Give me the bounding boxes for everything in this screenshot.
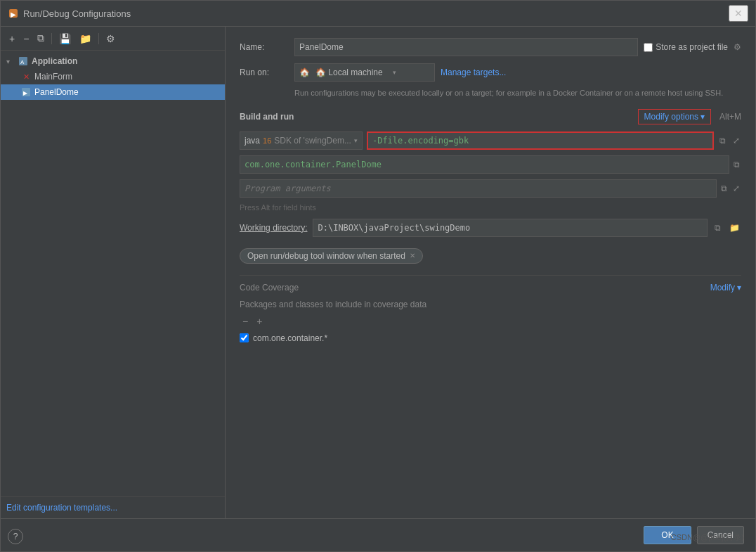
- sdk-dropdown-arrow: ▾: [354, 137, 358, 144]
- store-as-project-text: Store as project file: [656, 42, 728, 52]
- sidebar: + − ⧉ 💾 📁 ⚙ ▾ A: [1, 27, 226, 518]
- local-machine-dropdown[interactable]: 🏠 🏠 Local machine ▾: [294, 63, 435, 82]
- dialog-title: Run/Debug Configurations: [23, 8, 131, 19]
- build-run-header: Build and run Modify options ▾ Alt+M: [240, 109, 741, 124]
- application-icon: A: [18, 56, 29, 67]
- store-as-project-checkbox[interactable]: [644, 43, 653, 52]
- copy-config-button[interactable]: ⧉: [34, 31, 47, 46]
- sidebar-toolbar: + − ⧉ 💾 📁 ⚙: [1, 27, 225, 51]
- program-args-copy-button[interactable]: ⧉: [719, 182, 729, 195]
- section-divider: [240, 275, 741, 276]
- tree-label-paneldome: PanelDome: [34, 87, 79, 97]
- modify-options-label: Modify options: [644, 112, 698, 122]
- program-args-input[interactable]: [240, 179, 717, 198]
- toolbar-divider: [51, 33, 52, 44]
- tree-label-application: Application: [32, 56, 77, 66]
- toolbar-divider2: [98, 33, 99, 44]
- mainform-icon: ✕: [20, 71, 32, 82]
- local-machine-icon: 🏠: [299, 68, 310, 77]
- dialog-footer: OK Cancel: [1, 518, 755, 551]
- tag-close-button[interactable]: ✕: [410, 252, 415, 259]
- folder-config-button[interactable]: 📁: [77, 32, 94, 46]
- run-debug-dialog: ▶ Run/Debug Configurations ✕ + − ⧉ 💾 📁 ⚙: [0, 0, 756, 552]
- store-gear-icon: ⚙: [734, 42, 741, 52]
- tree-label-mainform: MainForm: [34, 72, 72, 82]
- title-bar: ▶ Run/Debug Configurations ✕: [1, 1, 755, 27]
- java-sdk-row: java 16 SDK of 'swingDem... ▾ ⧉ ⤢: [240, 131, 741, 150]
- local-machine-label: 🏠 Local machine: [315, 68, 383, 77]
- modify-options-arrow: ▾: [700, 112, 705, 122]
- main-class-input[interactable]: [240, 155, 729, 174]
- config-tree: ▾ A Application ✕ MainForm: [1, 51, 225, 496]
- main-class-copy-button[interactable]: ⧉: [732, 158, 741, 171]
- name-label: Name:: [240, 42, 289, 52]
- working-dir-copy-button[interactable]: ⧉: [713, 222, 722, 234]
- settings-config-button[interactable]: ⚙: [103, 32, 118, 46]
- store-as-project-label: Store as project file ⚙: [644, 42, 741, 52]
- dropdown-arrow: ▾: [393, 69, 396, 76]
- alt-m-label: Alt+M: [719, 112, 741, 122]
- coverage-modify-label: Modify: [710, 283, 735, 293]
- coverage-header: Code Coverage Modify ▾: [240, 283, 741, 293]
- modify-options-button[interactable]: Modify options ▾: [638, 109, 711, 124]
- tree-item-application[interactable]: ▾ A Application: [1, 53, 225, 69]
- run-on-label: Run on:: [240, 68, 289, 77]
- sidebar-footer: Edit configuration templates...: [1, 496, 225, 518]
- name-row: Name: Store as project file ⚙: [240, 38, 741, 56]
- working-dir-input[interactable]: [313, 219, 708, 237]
- hint-text: Press Alt for field hints: [240, 203, 741, 212]
- tag-row: Open run/debug tool window when started …: [240, 248, 741, 264]
- coverage-remove-button[interactable]: −: [240, 315, 251, 328]
- tree-item-paneldome[interactable]: ▶ PanelDome: [1, 84, 225, 100]
- svg-text:▶: ▶: [11, 11, 16, 18]
- coverage-modify-link[interactable]: Modify ▾: [710, 283, 741, 293]
- program-args-expand-button[interactable]: ⤢: [731, 182, 741, 195]
- java-label: java: [245, 136, 260, 146]
- name-input[interactable]: [294, 38, 638, 56]
- svg-text:A: A: [20, 59, 25, 65]
- coverage-item-label: com.one.container.*: [253, 333, 327, 343]
- coverage-toolbar: − +: [240, 315, 741, 328]
- working-dir-label: Working directory:: [240, 223, 307, 233]
- tool-window-tag: Open run/debug tool window when started …: [240, 248, 423, 264]
- sdk-of-label: SDK of 'swingDem...: [274, 136, 351, 146]
- program-args-row: ⧉ ⤢: [240, 179, 741, 198]
- tag-label: Open run/debug tool window when started: [247, 251, 405, 261]
- java-version: 16: [263, 136, 271, 145]
- coverage-modify-arrow: ▾: [737, 283, 741, 293]
- coverage-add-button[interactable]: +: [254, 315, 265, 328]
- coverage-item: com.one.container.*: [240, 332, 741, 345]
- save-config-button[interactable]: 💾: [56, 32, 74, 46]
- tree-arrow-application: ▾: [6, 58, 18, 65]
- close-button[interactable]: ✕: [729, 5, 748, 22]
- tree-item-mainform[interactable]: ✕ MainForm: [1, 69, 225, 84]
- working-dir-row: Working directory: ⧉ 📁: [240, 219, 741, 237]
- edit-templates-link[interactable]: Edit configuration templates...: [6, 503, 117, 513]
- run-on-info-text: Run configurations may be executed local…: [240, 87, 741, 99]
- paneldome-icon: ▶: [20, 86, 32, 98]
- coverage-desc: Packages and classes to include in cover…: [240, 300, 741, 309]
- vm-options-expand-button[interactable]: ⤢: [731, 134, 741, 147]
- remove-config-button[interactable]: −: [20, 32, 32, 46]
- run-on-row: Run on: 🏠 🏠 Local machine ▾ Manage targe…: [240, 63, 741, 82]
- coverage-title: Code Coverage: [240, 283, 299, 293]
- dialog-icon: ▶: [8, 8, 19, 19]
- vm-options-copy-button[interactable]: ⧉: [718, 134, 727, 147]
- build-run-title: Build and run: [240, 112, 294, 122]
- java-sdk-dropdown[interactable]: java 16 SDK of 'swingDem... ▾: [240, 131, 363, 150]
- vm-options-input[interactable]: [367, 131, 714, 150]
- add-config-button[interactable]: +: [6, 32, 18, 46]
- svg-text:▶: ▶: [23, 90, 28, 96]
- coverage-item-checkbox[interactable]: [240, 333, 249, 342]
- main-panel: Name: Store as project file ⚙ Run on: 🏠 …: [226, 27, 755, 518]
- manage-targets-link[interactable]: Manage targets...: [441, 68, 506, 77]
- watermark: CSDN@@[toe](目录): [671, 532, 744, 543]
- help-button[interactable]: ?: [8, 529, 23, 544]
- working-dir-browse-button[interactable]: 📁: [728, 222, 741, 234]
- main-class-row: ⧉: [240, 155, 741, 174]
